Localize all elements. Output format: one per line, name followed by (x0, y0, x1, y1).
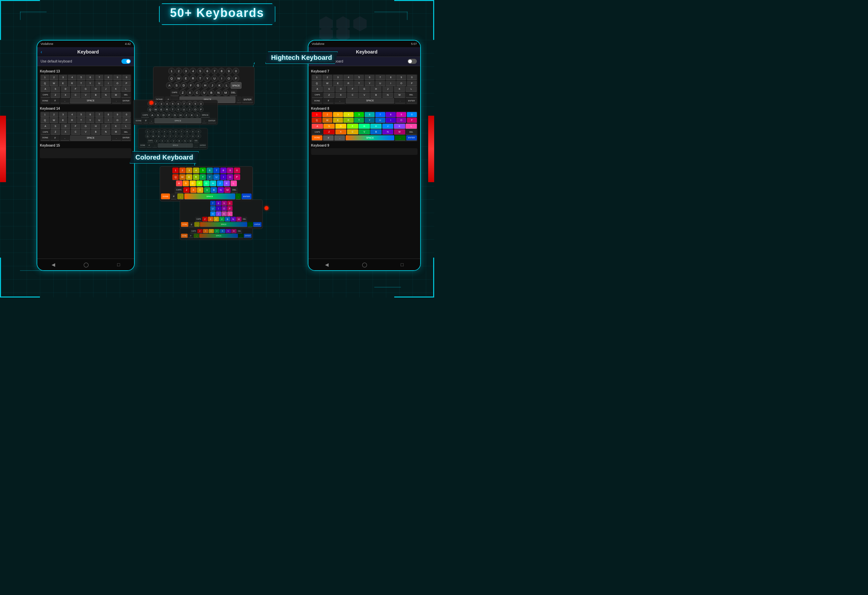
corner-decoration-tr (394, 0, 434, 40)
circuit-line (374, 287, 401, 287)
kb-title-left: Keyboard (46, 49, 131, 54)
phone-content-right: Keyboard 7 1234567890 QWERTYUIOP ASDFGHJ… (309, 66, 420, 259)
kb-label-9: Keyboard 9 (311, 144, 418, 147)
kb13-row5: DONE#,SPACE.ENTER (41, 98, 131, 103)
time-left: 4:42 (125, 42, 131, 46)
corner-decoration-tl (0, 0, 40, 40)
back-button-left[interactable]: ‹ (41, 49, 42, 54)
hightech-keyboard-small: 1 2 3 4 5 6 7 8 9 0 Q W E R T Y U I O P … (138, 128, 208, 150)
phone-nav-left: ◀ ◯ □ (37, 259, 134, 270)
corner-decoration-bl (0, 258, 40, 298)
keyboard-15 (40, 148, 131, 158)
time-right: 5:07 (411, 42, 417, 46)
toggle-switch-left[interactable] (121, 59, 131, 64)
circuit-line (407, 12, 407, 20)
key-1[interactable]: 1 (41, 75, 49, 80)
nav-back-icon[interactable]: ◀ (52, 262, 55, 267)
keyboard-7: 1234567890 QWERTYUIOP ASDFGHJKL CAPSZXCV… (311, 74, 418, 105)
kb-label-8: Keyboard 8 (311, 107, 418, 110)
status-bar-left: Vodafone 4:42 (37, 41, 134, 47)
kb13-row2: QWERTYUIOP (41, 81, 131, 86)
kb13-row4: CAPSZXCVBNMDEL (41, 93, 131, 98)
status-bar-right: Vodafone 5:07 (309, 41, 420, 47)
kb-label-14: Keyboard 14 (40, 107, 131, 110)
colored-label: Colored Keyboard (130, 151, 199, 163)
colored-tag: Colored Keyboard (130, 151, 199, 163)
phone-right: Vodafone 5:07 ‹ Keyboard Use default key… (308, 40, 421, 271)
toggle-row-left[interactable]: Use default keyboard (37, 57, 134, 66)
hightech-tag: Hightech Keyboard (266, 52, 338, 64)
hex-decoration (318, 20, 368, 38)
carrier-right: Vodafone (312, 42, 324, 46)
hightech-label: Hightech Keyboard (266, 52, 338, 64)
phone-left: Vodafone 4:42 ‹ Keyboard Use default key… (37, 40, 135, 271)
toggle-switch-right[interactable] (407, 59, 417, 64)
colored-keyboard-medium: 7 8 9 0 U I O P H J K L CAPS Z X C V B N… (180, 199, 263, 229)
kb13-row1: 1234567890 (41, 75, 131, 80)
caps-key[interactable]: CAPS (41, 93, 50, 98)
page-title: 50+ Keyboards (170, 6, 264, 20)
keyboard-14: 1234567890 QWERTYUIOP ASDFGHJKL CAPSZXCV… (40, 111, 131, 142)
carrier-left: Vodafone (41, 42, 53, 46)
kb-label-13: Keyboard 13 (40, 69, 131, 73)
circuit-line (20, 12, 47, 12)
nav-recent-icon[interactable]: □ (117, 262, 120, 267)
red-accent-right (428, 116, 434, 182)
red-accent-left (0, 116, 6, 182)
keyboard-8: 1234567890 QWERTYUIOP ASDFGHJKL CAPSZXCV… (311, 111, 418, 142)
nav-home-icon-r[interactable]: ◯ (362, 262, 367, 267)
phone-content-left: Keyboard 13 1234567890 QWERTYUIOP ASDFGH… (37, 66, 134, 259)
red-dot-hightech (149, 101, 154, 105)
kb-label-7: Keyboard 7 (311, 69, 418, 73)
colored-keyboard-small: CAPS Z X C V B N M DEL DONE # , SPACE . … (180, 228, 253, 240)
keyboard-9 (311, 148, 418, 155)
circuit-line (20, 12, 21, 20)
hightech-keyboard-medium: 1 2 3 4 5 6 7 8 9 0 Q W E R T Y U I O P … (133, 100, 218, 125)
keyboard-13: 1234567890 QWERTYUIOP ASDFGHJKL CAPSZXCV… (40, 74, 131, 105)
nav-home-icon[interactable]: ◯ (84, 262, 89, 267)
phone-nav-right: ◀ ◯ □ (309, 259, 420, 270)
nav-recent-icon-r[interactable]: □ (400, 262, 403, 267)
toggle-label-left: Use default keyboard (41, 59, 72, 63)
kb-label-15: Keyboard 15 (40, 144, 131, 147)
kb-header-left: ‹ Keyboard (37, 47, 134, 57)
red-dot-colored (264, 206, 269, 210)
kb13-row3: ASDFGHJKL (41, 87, 131, 92)
hightech-keyboard-large: 1 2 3 4 5 6 7 8 9 0 Q W E R T Y U I O P … (153, 66, 254, 105)
nav-back-icon-r[interactable]: ◀ (325, 262, 329, 267)
colored-keyboard-large: 1 2 3 4 5 6 7 8 9 0 Q W E R T Y U I O P … (160, 166, 253, 202)
circuit-line (374, 12, 407, 12)
